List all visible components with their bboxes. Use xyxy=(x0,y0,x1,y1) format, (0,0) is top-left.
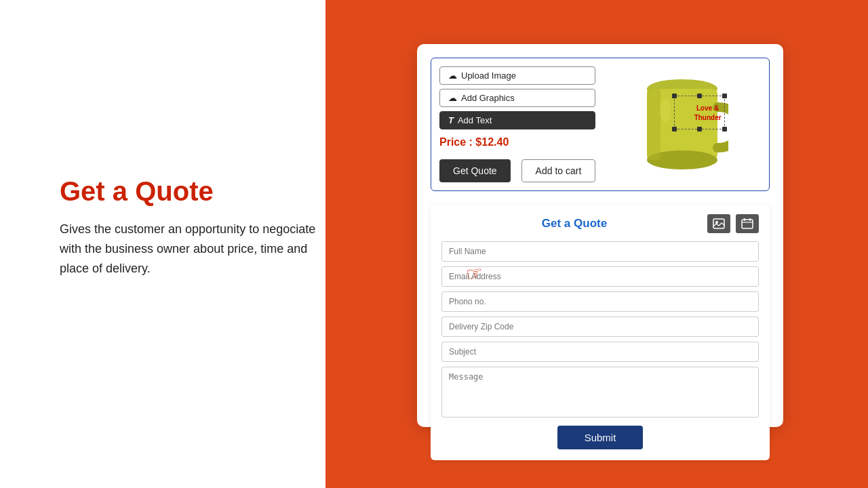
handle-tr xyxy=(722,94,727,98)
product-editor: ☁ Upload Image ☁ Add Graphics T Add Text… xyxy=(431,58,770,191)
svg-rect-7 xyxy=(742,220,753,228)
action-buttons: Get Quote Add to cart xyxy=(439,159,595,182)
add-graphics-button[interactable]: ☁ Add Graphics xyxy=(439,89,595,107)
svg-point-4 xyxy=(660,98,671,123)
graphics-icon: ☁ xyxy=(448,93,457,103)
product-area: ☁ Upload Image ☁ Add Graphics T Add Text… xyxy=(439,66,761,182)
price-value: $12.40 xyxy=(475,136,509,148)
get-quote-button[interactable]: Get Quote xyxy=(439,159,511,182)
quote-form-header: Get a Quote xyxy=(441,214,759,233)
handle-bc xyxy=(697,127,702,131)
quote-form-title: Get a Quote xyxy=(441,217,707,230)
calendar-icon xyxy=(741,218,753,229)
message-textarea[interactable] xyxy=(441,367,759,418)
price-label: Price : xyxy=(439,136,475,148)
submit-button[interactable]: Submit xyxy=(557,426,644,449)
phone-input[interactable] xyxy=(441,291,759,312)
add-to-cart-button[interactable]: Add to cart xyxy=(521,159,596,182)
mug-display: Love & Thunder xyxy=(604,66,761,182)
svg-point-6 xyxy=(715,221,718,224)
svg-rect-3 xyxy=(647,89,660,160)
form-icons xyxy=(707,214,759,233)
calendar-icon-box xyxy=(736,214,759,233)
zip-input[interactable] xyxy=(441,317,759,337)
page-title: Get a Quote xyxy=(60,175,317,207)
mug-container: Love & Thunder xyxy=(637,70,728,178)
page-description: Gives the customer an opportunity to neg… xyxy=(60,220,317,278)
form-fields xyxy=(441,241,759,418)
text-icon: T xyxy=(448,115,454,125)
email-input[interactable] xyxy=(441,266,759,287)
handle-tl xyxy=(672,94,677,98)
add-text-button[interactable]: T Add Text xyxy=(439,111,595,129)
price-display: Price : $12.40 xyxy=(439,136,595,148)
gallery-icon-box xyxy=(707,214,730,233)
handle-bl xyxy=(672,127,677,131)
subject-input[interactable] xyxy=(441,342,759,362)
main-card: ☁ Upload Image ☁ Add Graphics T Add Text… xyxy=(417,44,783,427)
gallery-icon xyxy=(713,218,725,229)
full-name-input[interactable] xyxy=(441,241,759,262)
upload-icon: ☁ xyxy=(448,70,457,81)
upload-image-button[interactable]: ☁ Upload Image xyxy=(439,66,595,85)
quote-form-section: Get a Quote xyxy=(431,205,770,460)
left-content-section: Get a Quote Gives the customer an opport… xyxy=(60,175,317,278)
tools-column: ☁ Upload Image ☁ Add Graphics T Add Text… xyxy=(439,66,595,182)
selection-handles xyxy=(674,96,725,129)
handle-tc xyxy=(697,94,702,98)
handle-br xyxy=(722,127,727,131)
